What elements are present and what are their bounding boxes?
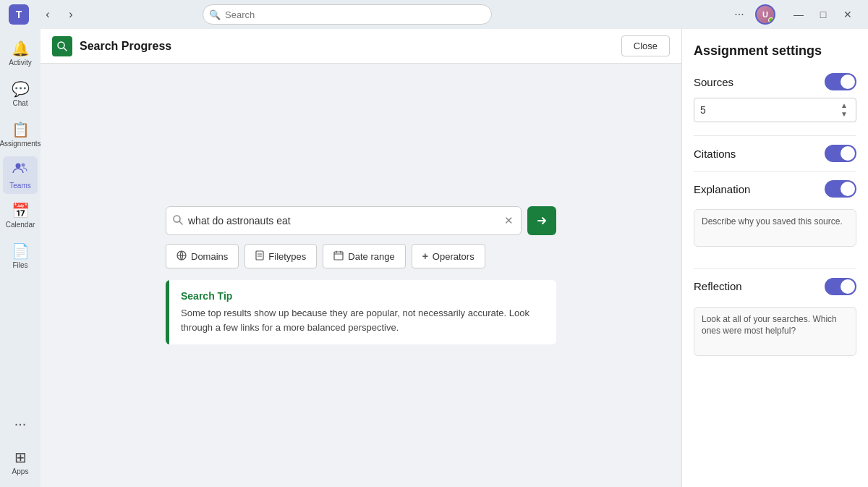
search-tip-title: Search Tip <box>181 290 545 302</box>
sidebar-more-button[interactable]: ··· <box>3 409 38 438</box>
sources-toggle[interactable] <box>825 73 856 90</box>
search-input-row: ✕ <box>166 206 556 235</box>
assignments-icon: 📋 <box>12 121 30 138</box>
filter-filetypes-label: Filetypes <box>268 251 306 262</box>
reflection-label: Reflection <box>694 280 742 292</box>
window-close-button[interactable]: ✕ <box>836 4 859 25</box>
chat-icon: 💬 <box>12 80 30 98</box>
sources-value-input[interactable] <box>700 104 744 116</box>
sidebar-item-activity[interactable]: 🔔 Activity <box>3 35 38 72</box>
sidebar-label-calendar: Calendar <box>6 221 35 229</box>
apps-icon: ⊞ <box>14 449 27 466</box>
reflection-textarea[interactable] <box>694 307 856 356</box>
sources-input-row: ▲ ▼ <box>694 98 856 122</box>
sources-number-input: ▲ ▼ <box>694 98 856 122</box>
right-panel: Assignment settings Sources ▲ ▼ Citation… <box>681 29 868 487</box>
search-tip-text: Some top results show up because they ar… <box>181 306 545 334</box>
number-arrows: ▲ ▼ <box>838 101 850 119</box>
sidebar-item-calendar[interactable]: 📅 Calendar <box>3 197 38 234</box>
daterange-icon <box>333 250 344 263</box>
page-header-icon <box>52 36 72 56</box>
sidebar-label-assignments: Assignments <box>0 140 41 148</box>
page-area: Search Progress Close <box>41 29 681 487</box>
sidebar: 🔔 Activity 💬 Chat 📋 Assignments Teams � <box>0 29 41 487</box>
explanation-textarea[interactable] <box>694 209 856 247</box>
sidebar-item-chat[interactable]: 💬 Chat <box>3 75 38 113</box>
search-go-button[interactable] <box>527 206 556 235</box>
sources-increment-button[interactable]: ▲ <box>838 101 850 110</box>
minimize-button[interactable]: — <box>787 4 810 25</box>
search-box-container: ✕ <box>166 206 556 268</box>
page-title: Search Progress <box>80 40 171 53</box>
filter-row: Domains Filetypes <box>166 244 556 268</box>
sources-setting-row: Sources <box>694 73 856 90</box>
more-options-button[interactable]: ··· <box>729 4 749 25</box>
svg-rect-8 <box>256 251 263 260</box>
nav-forward-button[interactable]: › <box>61 4 81 25</box>
filter-domains-label: Domains <box>191 251 228 262</box>
citations-label: Citations <box>694 148 736 160</box>
filter-filetypes-button[interactable]: Filetypes <box>244 244 317 268</box>
svg-rect-11 <box>334 252 343 260</box>
nav-back-button[interactable]: ‹ <box>38 4 58 25</box>
filter-domains-button[interactable]: Domains <box>166 244 239 268</box>
titlebar-search-icon: 🔍 <box>209 9 221 20</box>
explanation-toggle[interactable] <box>825 180 856 198</box>
citations-toggle[interactable] <box>825 145 856 162</box>
svg-point-1 <box>22 163 25 166</box>
teams-icon <box>12 161 28 180</box>
citations-setting-row: Citations <box>694 145 856 162</box>
search-input[interactable] <box>188 215 503 226</box>
sidebar-label-files: Files <box>12 261 27 270</box>
sources-decrement-button[interactable]: ▼ <box>838 110 850 119</box>
reflection-setting-row: Reflection <box>694 278 856 295</box>
window-controls: — □ ✕ <box>787 4 859 25</box>
titlebar-search: 🔍 <box>203 4 492 25</box>
operators-icon: + <box>422 250 428 262</box>
sidebar-item-teams[interactable]: Teams <box>3 156 38 194</box>
search-clear-button[interactable]: ✕ <box>503 213 515 229</box>
filter-daterange-label: Date range <box>348 251 394 262</box>
svg-line-3 <box>64 48 67 51</box>
titlebar-search-input[interactable] <box>203 4 492 25</box>
calendar-icon: 📅 <box>12 202 30 219</box>
page-close-button[interactable]: Close <box>621 35 670 56</box>
avatar-status <box>768 17 774 23</box>
sidebar-item-assignments[interactable]: 📋 Assignments <box>3 116 38 153</box>
content-wrapper: Search Progress Close <box>41 29 868 487</box>
sidebar-label-chat: Chat <box>12 99 27 108</box>
panel-title: Assignment settings <box>694 43 856 59</box>
avatar[interactable]: U <box>755 4 775 25</box>
sources-label: Sources <box>694 76 733 88</box>
search-input-wrapper: ✕ <box>166 206 522 235</box>
sidebar-item-apps[interactable]: ⊞ Apps <box>3 444 38 481</box>
page-header-left: Search Progress <box>52 36 171 56</box>
sidebar-item-files[interactable]: 📄 Files <box>3 237 38 275</box>
filter-operators-label: Operators <box>433 251 475 262</box>
setting-divider-1 <box>694 135 856 136</box>
domains-icon <box>176 250 187 263</box>
filter-operators-button[interactable]: + Operators <box>412 244 485 268</box>
sidebar-label-apps: Apps <box>12 467 29 476</box>
setting-divider-3 <box>694 268 856 269</box>
nav-buttons: ‹ › <box>38 4 81 25</box>
filter-daterange-button[interactable]: Date range <box>323 244 405 268</box>
explanation-setting-row: Explanation <box>694 180 856 198</box>
search-input-icon <box>172 214 184 228</box>
sidebar-label-activity: Activity <box>9 59 32 67</box>
activity-icon: 🔔 <box>12 40 30 57</box>
search-area: ✕ <box>41 64 681 487</box>
titlebar: T ‹ › 🔍 ··· U — □ ✕ <box>0 0 868 29</box>
titlebar-actions: ··· U <box>729 4 775 25</box>
page-header: Search Progress Close <box>41 29 681 64</box>
main-layout: 🔔 Activity 💬 Chat 📋 Assignments Teams � <box>0 29 868 487</box>
explanation-label: Explanation <box>694 183 750 195</box>
reflection-toggle[interactable] <box>825 278 856 295</box>
svg-point-0 <box>16 163 21 168</box>
svg-line-5 <box>179 221 182 224</box>
search-tip-content: Search Tip Some top results show up beca… <box>169 280 556 344</box>
app-logo: T <box>9 4 29 25</box>
maximize-button[interactable]: □ <box>812 4 835 25</box>
files-icon: 📄 <box>12 242 30 260</box>
filetypes-icon <box>255 250 264 263</box>
